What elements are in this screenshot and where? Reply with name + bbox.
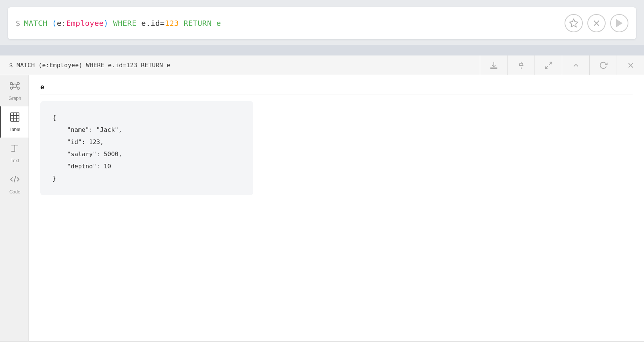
pin-button[interactable] [507, 55, 535, 75]
code-label: Code [10, 189, 21, 195]
run-button[interactable] [610, 14, 628, 32]
star-button[interactable] [565, 14, 583, 32]
condition: e.id= [141, 19, 165, 28]
download-button[interactable] [480, 55, 507, 75]
json-record: { "name": "Jack", "id": 123, "salary": 5… [40, 101, 253, 195]
graph-icon [10, 81, 20, 93]
json-close-brace: } [52, 173, 241, 185]
json-open-brace: { [52, 112, 241, 124]
json-field-id: "id": 123, [52, 136, 241, 148]
sidebar: Graph Table Text [0, 75, 29, 341]
query-input[interactable]: MATCH (e:Employee) WHERE e.id=123 RETURN… [24, 19, 221, 28]
results-header: $ MATCH (e:Employee) WHERE e.id=123 RETU… [0, 55, 644, 75]
svg-marker-0 [569, 19, 578, 27]
results-header-actions [480, 55, 644, 75]
sidebar-tab-table[interactable]: Table [0, 106, 29, 138]
column-header: e [40, 83, 633, 95]
json-field-deptno: "deptno": 10 [52, 160, 241, 173]
results-query-display: $ MATCH (e:Employee) WHERE e.id=123 RETU… [9, 62, 480, 69]
code-icon [10, 174, 20, 187]
query-dollar: $ [16, 19, 20, 28]
query-actions [565, 14, 628, 32]
svg-line-7 [549, 62, 551, 64]
close-results-button[interactable] [617, 55, 644, 75]
return-keyword: RETURN [179, 19, 216, 28]
expand-button[interactable] [535, 55, 562, 75]
svg-line-29 [14, 176, 16, 182]
sidebar-tab-graph[interactable]: Graph [0, 75, 29, 106]
refresh-button[interactable] [589, 55, 617, 75]
svg-line-8 [545, 66, 547, 68]
collapse-button[interactable] [562, 55, 589, 75]
id-value: 123 [165, 19, 179, 28]
var-e: e [57, 19, 61, 28]
table-label: Table [10, 127, 21, 132]
graph-label: Graph [8, 96, 21, 101]
separator [0, 45, 644, 55]
json-field-name: "name": "Jack", [52, 124, 241, 136]
svg-rect-21 [11, 113, 19, 121]
text-icon [10, 143, 20, 156]
close-paren: ) [104, 19, 108, 28]
query-bar: $ MATCH (e:Employee) WHERE e.id=123 RETU… [8, 7, 636, 40]
match-keyword: MATCH [24, 19, 52, 28]
query-bar-left: $ MATCH (e:Employee) WHERE e.id=123 RETU… [16, 19, 565, 28]
sidebar-tab-code[interactable]: Code [0, 169, 29, 200]
results-content: e { "name": "Jack", "id": 123, "salary":… [29, 75, 644, 341]
table-icon [10, 112, 20, 125]
clear-button[interactable] [587, 14, 606, 32]
svg-marker-3 [616, 19, 622, 27]
label-employee: Employee [66, 19, 104, 28]
svg-point-11 [13, 84, 17, 88]
json-field-salary: "salary": 5000, [52, 148, 241, 160]
where-keyword: WHERE [108, 19, 141, 28]
text-label: Text [11, 158, 19, 163]
sidebar-tab-text[interactable]: Text [0, 138, 29, 169]
open-paren: ( [52, 19, 57, 28]
return-var: e [216, 19, 221, 28]
main-content: Graph Table Text [0, 75, 644, 341]
colon: : [62, 19, 66, 28]
